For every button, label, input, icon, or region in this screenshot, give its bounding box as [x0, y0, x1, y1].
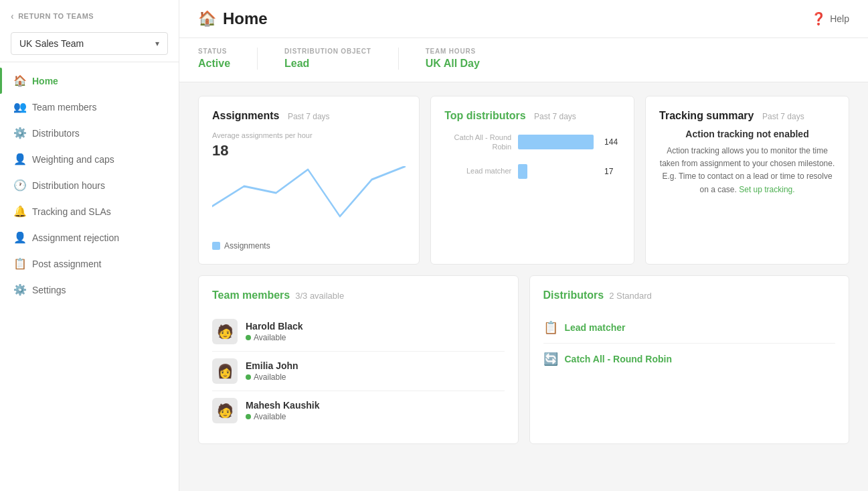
- status-value: Lead: [284, 58, 371, 70]
- avg-label: Average assignments per hour: [212, 131, 406, 139]
- tracking-icon: 🔔: [13, 205, 25, 218]
- status-dot: [246, 335, 251, 340]
- status-label: STATUS: [198, 48, 230, 55]
- member-status: Available: [246, 333, 303, 342]
- help-button[interactable]: ❓ Help: [811, 11, 849, 26]
- distributor-name[interactable]: Lead matcher: [565, 322, 626, 333]
- legend-box: [212, 242, 220, 250]
- distribution-hours-icon: 🕐: [13, 179, 25, 192]
- table-row: 👩 Emilia John Available: [212, 352, 505, 391]
- member-info: Mahesh Kaushik Available: [246, 400, 319, 421]
- availability-label: 3/3 available: [295, 291, 344, 301]
- assignment-rejection-icon: 👤: [13, 231, 25, 244]
- sidebar-item-label: Distribution hours: [32, 180, 105, 191]
- assignments-card: Assignments Past 7 days Average assignme…: [198, 96, 420, 265]
- sidebar: ‹ RETURN TO TEAMS UK Sales Team ▾ 🏠 Home…: [0, 0, 179, 491]
- status-label: DISTRIBUTION OBJECT: [284, 48, 371, 55]
- distributors-count: 2 Standard: [609, 291, 652, 301]
- bar-label: Catch All - Round Robin: [444, 133, 511, 152]
- settings-icon: ⚙️: [13, 283, 25, 296]
- main-title-area: 🏠 Home: [198, 9, 268, 28]
- tracking-card-subtitle: Past 7 days: [762, 112, 804, 121]
- distributor-icon: 📋: [543, 320, 558, 335]
- member-status: Available: [246, 412, 319, 421]
- sidebar-item-weighting[interactable]: 👤 Weighting and caps: [0, 146, 179, 172]
- main-content: 🏠 Home ❓ Help STATUS Active DISTRIBUTION…: [179, 0, 868, 491]
- avatar: 🧑: [212, 398, 238, 423]
- top-distributors-card: Top distributors Past 7 days Catch All -…: [430, 96, 634, 265]
- setup-tracking-link[interactable]: Set up tracking.: [739, 185, 794, 194]
- sidebar-nav: 🏠 Home 👥 Team members ⚙️ Distributors 👤 …: [0, 62, 179, 491]
- tracking-not-enabled-title: Action tracking not enabled: [659, 129, 835, 139]
- assignments-chart-section: Average assignments per hour 18 Assignme…: [212, 131, 406, 251]
- members-list: 🧑 Harold Black Available 👩 Emilia John A…: [212, 312, 505, 430]
- tracking-card-title: Tracking summary: [659, 110, 754, 121]
- table-row: 🧑 Harold Black Available: [212, 312, 505, 352]
- bar-value: 17: [604, 167, 620, 176]
- member-name: Emilia John: [246, 360, 298, 371]
- member-name: Harold Black: [246, 321, 303, 332]
- assignments-line-chart: [212, 166, 406, 233]
- member-info: Harold Black Available: [246, 321, 303, 342]
- sidebar-item-assignment-rejection[interactable]: 👤 Assignment rejection: [0, 224, 179, 251]
- bar-row: Lead matcher 17: [444, 164, 620, 179]
- team-members-card-header: Team members 3/3 available: [212, 289, 505, 301]
- sidebar-item-tracking[interactable]: 🔔 Tracking and SLAs: [0, 198, 179, 224]
- sidebar-item-post-assignment[interactable]: 📋 Post assignment: [0, 251, 179, 277]
- distributor-name[interactable]: Catch All - Round Robin: [565, 354, 672, 364]
- assignments-card-title: Assignments: [212, 110, 279, 121]
- bar-track: [518, 164, 594, 179]
- bar-row: Catch All - Round Robin 144: [444, 133, 620, 152]
- distributors-card-header: Distributors 2 Standard: [543, 289, 836, 301]
- avatar: 🧑: [212, 319, 238, 344]
- post-assignment-icon: 📋: [13, 257, 25, 270]
- legend-label: Assignments: [224, 241, 270, 251]
- sidebar-item-distribution-hours[interactable]: 🕐 Distribution hours: [0, 172, 179, 198]
- status-item-distribution-object: DISTRIBUTION OBJECT Lead: [284, 48, 371, 70]
- member-info: Emilia John Available: [246, 360, 298, 382]
- distributors-title: Distributors: [543, 289, 604, 301]
- return-to-teams-button[interactable]: ‹ RETURN TO TEAMS: [11, 7, 168, 25]
- sidebar-item-label: Distributors: [32, 128, 80, 139]
- avatar: 👩: [212, 358, 238, 384]
- team-members-title: Team members: [212, 289, 290, 301]
- sidebar-item-home[interactable]: 🏠 Home: [0, 68, 179, 94]
- bar-fill: [518, 135, 594, 149]
- distributors-list: 📋 Lead matcher 🔄 Catch All - Round Robin: [543, 312, 836, 374]
- distributors-card: Distributors 2 Standard 📋 Lead matcher 🔄…: [529, 275, 850, 444]
- sidebar-item-label: Tracking and SLAs: [32, 206, 111, 217]
- main-header: 🏠 Home ❓ Help: [179, 0, 868, 38]
- tracking-card: Tracking summary Past 7 days Action trac…: [645, 96, 849, 265]
- status-label: TEAM HOURS: [426, 48, 480, 55]
- sidebar-top: ‹ RETURN TO TEAMS UK Sales Team ▾: [0, 0, 179, 62]
- content-area: Assignments Past 7 days Average assignme…: [179, 96, 868, 474]
- team-members-icon: 👥: [13, 100, 25, 113]
- tracking-description: Action tracking allows you to monitor th…: [659, 145, 835, 196]
- sidebar-item-label: Home: [32, 76, 58, 86]
- team-selector[interactable]: UK Sales Team ▾: [11, 32, 168, 55]
- sidebar-item-distributors[interactable]: ⚙️ Distributors: [0, 120, 179, 146]
- assignments-card-subtitle: Past 7 days: [288, 112, 330, 121]
- help-icon: ❓: [811, 11, 826, 26]
- sidebar-item-label: Post assignment: [32, 259, 102, 269]
- chart-legend: Assignments: [212, 241, 406, 251]
- sidebar-item-team-members[interactable]: 👥 Team members: [0, 94, 179, 120]
- status-dot: [246, 414, 251, 419]
- status-divider: [257, 48, 258, 70]
- member-status: Available: [246, 372, 298, 382]
- sidebar-item-settings[interactable]: ⚙️ Settings: [0, 277, 179, 303]
- sidebar-item-label: Team members: [32, 102, 96, 113]
- weighting-icon: 👤: [13, 153, 25, 165]
- status-value: Active: [198, 58, 230, 70]
- page-title: Home: [223, 9, 268, 28]
- status-value: UK All Day: [426, 58, 480, 70]
- bar-fill: [518, 164, 527, 179]
- bar-value: 144: [604, 137, 620, 147]
- cards-row-2: Team members 3/3 available 🧑 Harold Blac…: [198, 275, 849, 444]
- help-label: Help: [830, 13, 849, 24]
- table-row: 🧑 Mahesh Kaushik Available: [212, 391, 505, 430]
- home-icon: 🏠: [198, 10, 216, 27]
- avg-value: 18: [212, 142, 406, 159]
- top-distributors-title: Top distributors: [444, 110, 525, 121]
- chevron-left-icon: ‹: [11, 11, 14, 21]
